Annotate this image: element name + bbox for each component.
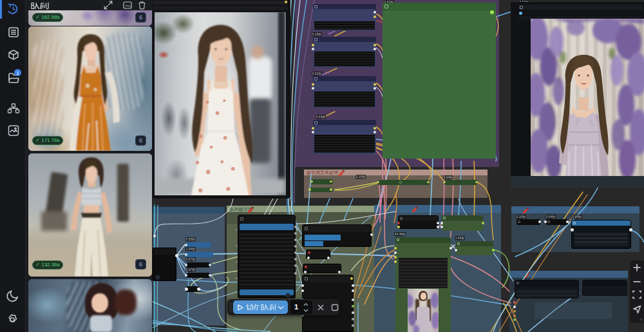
svg-text:1: 1 (16, 70, 19, 76)
